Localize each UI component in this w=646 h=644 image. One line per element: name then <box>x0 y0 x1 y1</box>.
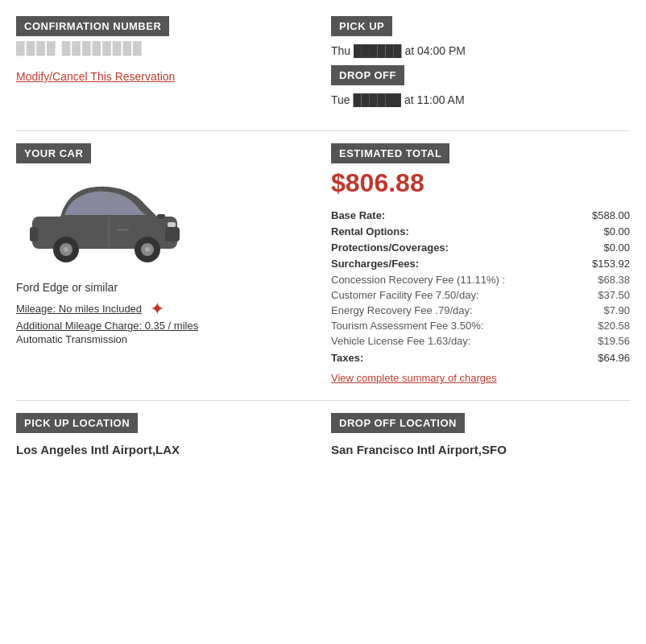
concession-row: Concession Recovery Fee (11.11%) : $68.3… <box>331 274 630 286</box>
svg-rect-3 <box>30 227 38 242</box>
concession-value: $68.38 <box>598 274 630 286</box>
dropoff-label: DROP OFF <box>331 65 404 85</box>
car-image <box>16 168 193 273</box>
pickup-time: Thu ██████ at 04:00 PM <box>331 44 630 57</box>
vehicle-license-row: Vehicle License Fee 1.63/day: $19.56 <box>331 335 630 347</box>
surcharges-value: $153.92 <box>592 258 630 270</box>
taxes-label: Taxes: <box>331 352 363 364</box>
taxes-value: $64.96 <box>598 352 630 364</box>
pickup-label: PICK UP <box>331 16 392 36</box>
transmission: Automatic Transmission <box>16 333 315 345</box>
car-section: YOUR CAR <box>16 143 315 384</box>
dropoff-location-name: San Francisco Intl Airport,SFO <box>331 443 630 456</box>
svg-rect-12 <box>117 229 129 231</box>
bottom-section: PICK UP LOCATION Los Angeles Intl Airpor… <box>16 413 630 456</box>
dropoff-time: Tue ██████ at 11:00 AM <box>331 93 630 106</box>
rental-options-label: Rental Options: <box>331 225 409 237</box>
estimated-total-label: ESTIMATED TOTAL <box>331 143 449 163</box>
your-car-label: YOUR CAR <box>16 143 91 163</box>
pickup-location-name: Los Angeles Intl Airport,LAX <box>16 443 315 456</box>
svg-point-6 <box>145 247 150 252</box>
energy-value: $7.90 <box>603 304 630 316</box>
facility-value: $37.50 <box>598 289 630 301</box>
svg-rect-2 <box>165 227 180 242</box>
modify-cancel-link[interactable]: Modify/Cancel This Reservation <box>16 70 175 83</box>
concession-label: Concession Recovery Fee (11.11%) : <box>331 274 505 286</box>
surcharges-label: Surcharges/Fees: <box>331 258 419 270</box>
rental-options-row: Rental Options: $0.00 <box>331 225 630 237</box>
dropoff-location-label: DROP OFF LOCATION <box>331 413 465 433</box>
protections-row: Protections/Coverages: $0.00 <box>331 242 630 254</box>
divider-2 <box>16 400 630 401</box>
facility-row: Customer Facility Fee 7.50/day: $37.50 <box>331 289 630 301</box>
tourism-value: $20.58 <box>598 320 630 332</box>
protections-value: $0.00 <box>603 242 630 254</box>
additional-mileage: Additional Mileage Charge: 0.35 / miles <box>16 320 315 332</box>
confirmation-number-value: ████ ████████ <box>16 41 315 55</box>
svg-rect-13 <box>157 214 165 219</box>
energy-row: Energy Recovery Fee .79/day: $7.90 <box>331 304 630 316</box>
pickup-location-label: PICK UP LOCATION <box>16 413 138 433</box>
pickup-location-block: PICK UP LOCATION Los Angeles Intl Airpor… <box>16 413 315 456</box>
confirmation-label: CONFIRMATION NUMBER <box>16 16 169 36</box>
top-right: PICK UP Thu ██████ at 04:00 PM DROP OFF … <box>331 16 630 114</box>
pickup-block: PICK UP Thu ██████ at 04:00 PM <box>331 16 630 57</box>
vehicle-license-label: Vehicle License Fee 1.63/day: <box>331 335 470 347</box>
svg-point-9 <box>64 247 68 252</box>
car-svg <box>16 172 193 269</box>
top-section: CONFIRMATION NUMBER ████ ████████ Modify… <box>16 16 630 114</box>
base-rate-value: $588.00 <box>592 209 630 221</box>
dropoff-block: DROP OFF Tue ██████ at 11:00 AM <box>331 65 630 106</box>
vehicle-license-value: $19.56 <box>598 335 630 347</box>
mileage-row: Mileage: No miles Included ✦ <box>16 299 315 320</box>
base-rate-label: Base Rate: <box>331 209 385 221</box>
top-left: CONFIRMATION NUMBER ████ ████████ Modify… <box>16 16 315 114</box>
divider-1 <box>16 130 630 131</box>
tourism-label: Tourism Assessment Fee 3.50%: <box>331 320 483 332</box>
taxes-row: Taxes: $64.96 <box>331 352 630 364</box>
total-price: $806.88 <box>331 168 630 198</box>
view-charges-link[interactable]: View complete summary of charges <box>331 372 630 384</box>
svg-rect-10 <box>168 222 176 227</box>
surcharges-row: Surcharges/Fees: $153.92 <box>331 258 630 270</box>
facility-label: Customer Facility Fee 7.50/day: <box>331 289 479 301</box>
star-icon: ✦ <box>150 299 164 320</box>
dropoff-location-block: DROP OFF LOCATION San Francisco Intl Air… <box>331 413 630 456</box>
car-name: Ford Edge or similar <box>16 281 315 294</box>
energy-label: Energy Recovery Fee .79/day: <box>331 304 473 316</box>
protections-label: Protections/Coverages: <box>331 242 449 254</box>
page-container: CONFIRMATION NUMBER ████ ████████ Modify… <box>0 0 646 644</box>
price-section: ESTIMATED TOTAL $806.88 Base Rate: $588.… <box>331 143 630 384</box>
mileage-detail: Mileage: No miles Included <box>16 303 142 315</box>
base-rate-row: Base Rate: $588.00 <box>331 209 630 221</box>
tourism-row: Tourism Assessment Fee 3.50%: $20.58 <box>331 320 630 332</box>
rental-options-value: $0.00 <box>603 225 630 237</box>
middle-section: YOUR CAR <box>16 143 630 384</box>
